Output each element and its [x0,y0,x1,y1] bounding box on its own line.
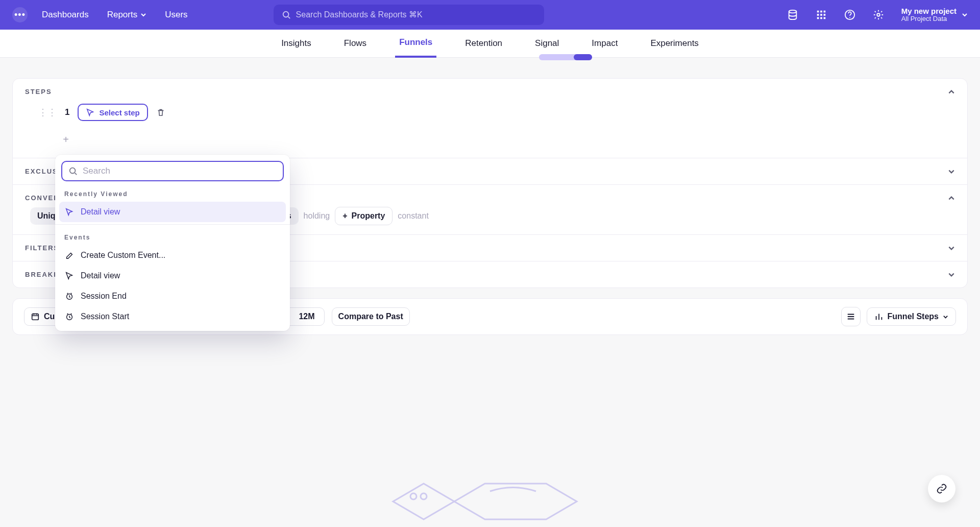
trash-icon[interactable] [156,108,165,117]
svg-point-12 [849,17,850,18]
svg-rect-10 [823,17,825,19]
list-icon [846,312,855,321]
clock-icon [64,312,75,322]
compare-label: Compare to Past [338,312,403,321]
chevron-down-icon [962,12,968,18]
search-icon [68,166,78,176]
svg-point-17 [70,168,76,174]
dropdown-search[interactable] [61,161,284,181]
dropdown-item-detail-view-recent[interactable]: Detail view [59,202,286,222]
svg-point-15 [410,493,416,499]
svg-rect-4 [823,11,825,13]
dropdown-item-create-custom[interactable]: Create Custom Event... [59,245,286,266]
add-step-button[interactable]: + [59,132,73,147]
tab-impact[interactable]: Impact [587,30,622,57]
apps-icon[interactable] [816,9,827,20]
select-step-button[interactable]: Select step [78,104,148,121]
dropdown-divider [55,224,290,225]
toolbar-right: Funnel Steps [841,307,956,326]
chart-type-label: Funnel Steps [888,312,939,321]
dropdown-item-label: Create Custom Event... [81,251,165,260]
project-name: My new project [901,7,957,15]
partial-element [539,54,592,60]
compare-to-past-button[interactable]: Compare to Past [332,307,410,326]
topbar-right: My new project All Project Data [787,7,968,23]
global-search-input[interactable] [296,10,536,19]
range-12m[interactable]: 12M [289,308,324,325]
conversion-constant-label: constant [398,211,428,221]
table-view-button[interactable] [841,307,861,326]
chart-type-selector[interactable]: Funnel Steps [867,307,956,326]
empty-state-illustration [373,445,602,527]
select-step-label: Select step [99,108,139,117]
svg-point-16 [421,493,427,499]
link-fab[interactable] [928,475,955,502]
svg-point-0 [283,12,288,17]
dropdown-search-input[interactable] [83,166,277,176]
conversion-holding-label: holding [304,211,330,221]
dropdown-group-recent: Recently Viewed [59,183,286,202]
project-switcher[interactable]: My new project All Project Data [901,7,968,23]
step-picker-dropdown: Recently Viewed Detail view Events Creat… [55,155,290,331]
calendar-icon [31,312,40,321]
help-icon[interactable] [844,9,855,20]
database-icon[interactable] [787,9,798,20]
tab-funnels[interactable]: Funnels [395,29,436,58]
cursor-click-icon [64,207,75,217]
more-menu-button[interactable]: ••• [12,7,28,22]
nav-reports[interactable]: Reports [107,10,147,20]
chevron-down-icon [140,12,146,18]
search-icon [282,10,291,19]
dropdown-item-label: Session End [81,292,127,301]
nav-dashboards[interactable]: Dashboards [42,10,89,20]
svg-rect-14 [32,314,39,320]
dropdown-item-label: Detail view [81,207,120,217]
edit-icon [64,250,75,260]
cursor-click-icon [64,271,75,281]
add-step-row: + [13,129,967,158]
tab-experiments[interactable]: Experiments [646,30,702,57]
gear-icon[interactable] [873,9,884,20]
section-steps-header[interactable]: Steps [13,79,967,101]
svg-rect-6 [820,14,822,16]
svg-rect-9 [820,17,822,19]
svg-rect-3 [820,11,822,13]
tab-retention[interactable]: Retention [461,30,506,57]
svg-point-13 [877,13,880,16]
tab-insights[interactable]: Insights [277,30,315,57]
svg-rect-7 [823,14,825,16]
property-label: Property [352,211,385,221]
primary-nav: Dashboards Reports Users [42,10,188,20]
drag-handle-icon[interactable]: ⋮⋮ [38,107,57,118]
chevron-down-icon [948,271,955,278]
dropdown-item-detail-view[interactable]: Detail view [59,266,286,286]
chevron-down-icon [948,168,955,175]
chevron-down-icon [948,245,955,252]
svg-rect-5 [817,14,819,16]
cursor-click-icon [86,108,95,117]
step-number: 1 [65,107,69,117]
chevron-up-icon [948,195,955,202]
dropdown-group-events: Events [59,227,286,245]
svg-point-1 [789,10,796,13]
tab-signal[interactable]: Signal [531,30,563,57]
global-search[interactable] [274,5,544,25]
dropdown-item-session-end[interactable]: Session End [59,286,286,306]
bar-chart-icon [874,312,884,321]
nav-reports-label: Reports [107,10,138,20]
dropdown-item-label: Session Start [81,312,129,321]
add-property-button[interactable]: + Property [335,207,393,225]
section-steps-label: Steps [25,88,52,95]
report-tabs: Insights Flows Funnels Retention Signal … [0,30,980,58]
link-icon [936,483,947,494]
plus-icon: + [342,211,347,221]
dropdown-item-session-start[interactable]: Session Start [59,306,286,327]
tab-flows[interactable]: Flows [340,30,371,57]
top-nav: ••• Dashboards Reports Users My new proj… [0,0,980,30]
svg-rect-2 [817,11,819,13]
section-filters-label: Filters [25,244,59,252]
svg-rect-8 [817,17,819,19]
nav-users[interactable]: Users [165,10,187,20]
clock-icon [64,291,75,301]
project-subtitle: All Project Data [901,15,957,23]
